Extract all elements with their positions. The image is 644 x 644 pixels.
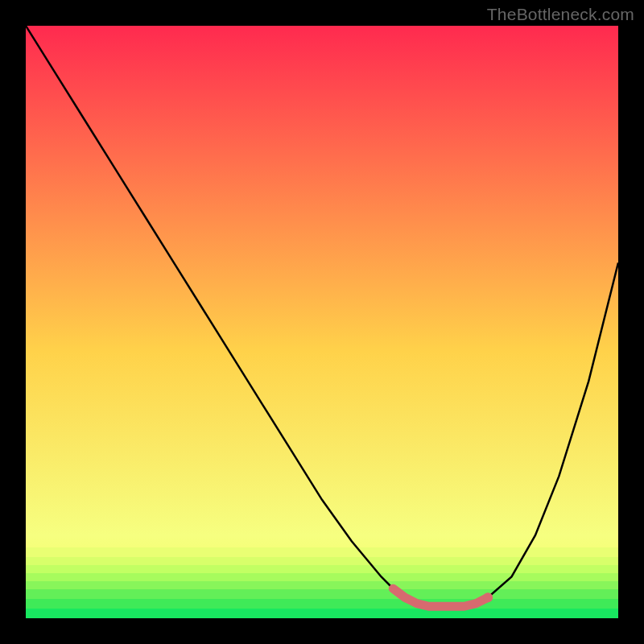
band-5	[26, 581, 618, 589]
watermark-text: TheBottleneck.com	[487, 5, 634, 24]
optimal-zone-end-dot	[483, 592, 493, 602]
chart-frame: TheBottleneck.com	[0, 0, 644, 644]
bottom-bands	[26, 547, 618, 618]
band-3	[26, 565, 618, 573]
band-1	[26, 547, 618, 557]
plot-area	[26, 26, 618, 618]
band-2	[26, 557, 618, 565]
chart-svg	[26, 26, 618, 618]
band-6	[26, 589, 618, 599]
band-8	[26, 609, 618, 618]
band-7	[26, 599, 618, 609]
gradient-background	[26, 26, 618, 618]
band-4	[26, 573, 618, 581]
